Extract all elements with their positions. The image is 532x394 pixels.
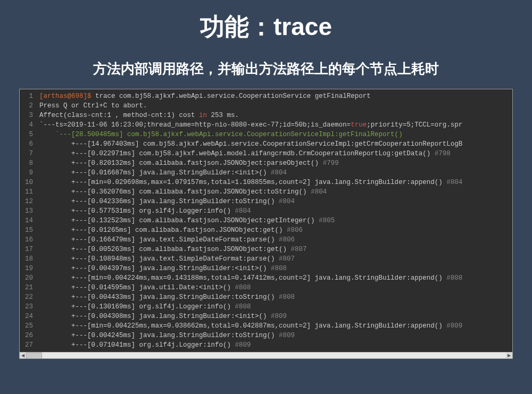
terminal-line: +---[0.362076ms] com.alibaba.fastjson.JS…	[39, 187, 512, 197]
terminal-line: +---[0.577531ms] org.slf4j.Logger:info()…	[39, 206, 512, 216]
terminal-console: 1 2 3 4 5 6 7 8 9 10 11 12 13 14 15 16 1…	[19, 89, 513, 359]
scroll-thumb[interactable]	[26, 353, 42, 359]
terminal-line: +---[0.820132ms] com.alibaba.fastjson.JS…	[39, 158, 512, 168]
horizontal-scrollbar[interactable]: ◀ ▶	[20, 352, 512, 358]
terminal-line: +---[min=0.004225ms,max=0.038662ms,total…	[39, 321, 512, 331]
terminal-line: +---[0.132523ms] com.alibaba.fastjson.JS…	[39, 216, 512, 225]
terminal-line: +---[14.967403ms] com.bj58.ajkxf.webApi.…	[39, 139, 512, 149]
terminal-line: +---[0.016687ms] java.lang.StringBuilder…	[39, 168, 512, 178]
terminal-line: +---[0.01265ms] com.alibaba.fastjson.JSO…	[39, 225, 512, 235]
terminal-line: Affect(class-cnt:1 , method-cnt:1) cost …	[39, 111, 512, 120]
scroll-right-arrow[interactable]: ▶	[506, 353, 512, 359]
terminal-line: +---[0.005263ms] com.alibaba.fastjson.JS…	[39, 245, 512, 254]
terminal-line: +---[0.014595ms] java.util.Date:<init>()…	[39, 283, 512, 292]
terminal-line: +---[0.071041ms] org.slf4j.Logger:info()…	[39, 340, 512, 350]
terminal-line: +---[0.166479ms] java.text.SimpleDateFor…	[39, 235, 512, 245]
terminal-line: +---[0.022971ms] com.bj58.ajkxf.webApi.m…	[39, 149, 512, 158]
terminal-line: [arthas@698]$ trace com.bj58.ajkxf.webAp…	[39, 91, 512, 101]
terminal-line: +---[0.108948ms] java.text.SimpleDateFor…	[39, 254, 512, 264]
terminal-line: +---[0.042336ms] java.lang.StringBuilder…	[39, 197, 512, 206]
terminal-line: `---ts=2019-11-06 16:23:00;thread_name=h…	[39, 120, 512, 130]
terminal-line: +---[min=0.029698ms,max=1.079157ms,total…	[39, 178, 512, 187]
terminal-line: +---[0.004397ms] java.lang.StringBuilder…	[39, 264, 512, 273]
terminal-output[interactable]: [arthas@698]$ trace com.bj58.ajkxf.webAp…	[37, 89, 512, 352]
slide-subtitle: 方法内部调用路径，并输出方法路径上的每个节点上耗时	[0, 60, 532, 78]
terminal-line: +---[min=0.004224ms,max=0.143188ms,total…	[39, 273, 512, 283]
line-number-gutter: 1 2 3 4 5 6 7 8 9 10 11 12 13 14 15 16 1…	[20, 89, 37, 352]
terminal-line: +---[0.130169ms] org.slf4j.Logger:info()…	[39, 302, 512, 312]
slide-title: 功能：trace	[0, 0, 532, 44]
terminal-line: `---[28.500485ms] com.bj58.ajkxf.webApi.…	[39, 130, 512, 139]
terminal-scroll-area[interactable]: 1 2 3 4 5 6 7 8 9 10 11 12 13 14 15 16 1…	[20, 89, 512, 352]
terminal-line: +---[0.004308ms] java.lang.StringBuilder…	[39, 312, 512, 321]
terminal-line: Press Q or Ctrl+C to abort.	[39, 101, 512, 111]
scroll-left-arrow[interactable]: ◀	[20, 353, 26, 359]
terminal-line: +---[0.004245ms] java.lang.StringBuilder…	[39, 331, 512, 340]
terminal-line: +---[0.004433ms] java.lang.StringBuilder…	[39, 292, 512, 302]
